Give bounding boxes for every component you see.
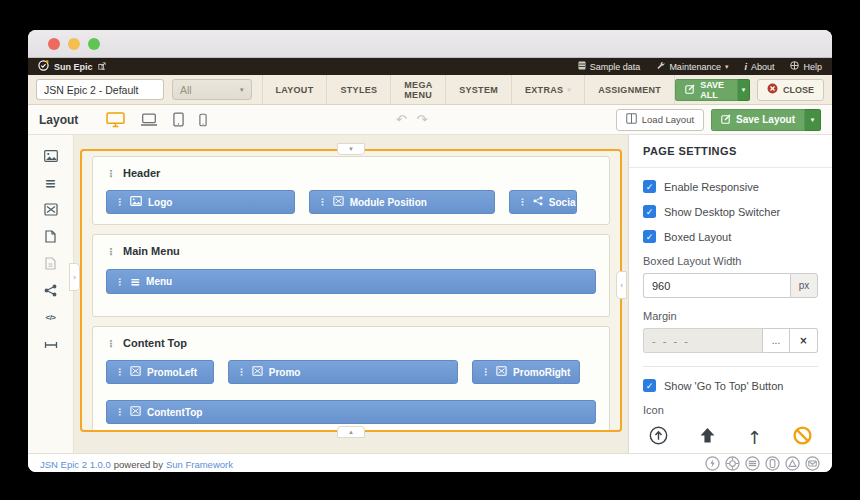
close-window-button[interactable] (48, 38, 60, 50)
icon-label: Icon (643, 404, 818, 416)
module-promoleft[interactable]: ⋮ PromoLeft (106, 360, 214, 384)
margin-browse-button[interactable]: ... (762, 328, 790, 353)
drag-grip-icon[interactable]: ⋮ (106, 168, 116, 179)
module-promo[interactable]: ⋮ Promo (228, 360, 458, 384)
database-icon (578, 61, 586, 72)
drag-grip-icon[interactable]: ⋮ (106, 338, 116, 349)
section-content-top[interactable]: ⋮ Content Top ⋮ PromoLeft ⋮ (92, 326, 610, 432)
edit-icon (685, 84, 695, 96)
minimize-window-button[interactable] (68, 38, 80, 50)
style-select[interactable]: All ▾ (172, 79, 252, 100)
triangle-icon (785, 456, 800, 473)
close-circle-icon (767, 83, 778, 96)
document-icon[interactable] (43, 229, 58, 244)
collapse-top-handle[interactable]: ▾ (337, 143, 365, 155)
laptop-icon[interactable] (140, 113, 158, 127)
checkbox-show-desktop-switcher[interactable]: ✓ Show Desktop Switcher (643, 205, 818, 218)
save-all-button[interactable]: SAVE ALL (675, 79, 738, 101)
checkbox-go-to-top[interactable]: ✓ Show 'Go To Top' Button (643, 379, 818, 392)
redo-icon[interactable]: ↷ (417, 112, 428, 127)
checked-checkbox-icon[interactable]: ✓ (643, 379, 656, 392)
divider (643, 366, 818, 367)
menu-lines-icon: ≡ (130, 275, 140, 289)
tab-assignment[interactable]: ASSIGNMENT (585, 75, 675, 104)
bold-arrow-up-icon[interactable] (699, 427, 716, 448)
tablet-icon[interactable] (173, 112, 184, 127)
layout-canvas: ⋮ Header ⋮ Logo ⋮ (80, 149, 622, 432)
desktop-icon[interactable] (106, 112, 125, 128)
image-icon[interactable] (43, 148, 58, 163)
checked-checkbox-icon[interactable]: ✓ (643, 180, 656, 193)
circle-arrow-up-icon[interactable] (649, 426, 668, 449)
collapse-left-handle[interactable]: › (69, 263, 80, 291)
module-contenttop[interactable]: ⋮ ContentTop (106, 400, 596, 424)
menu-item-sample-data[interactable]: Sample data (578, 61, 641, 72)
template-bar: All ▾ LAYOUT STYLES MEGA MENU SYSTEM EXT… (28, 75, 832, 105)
collapse-right-handle[interactable]: ‹ (616, 271, 627, 299)
menu-item-about[interactable]: i About (744, 62, 774, 72)
sun-framework-link[interactable]: Sun Framework (166, 459, 233, 470)
drag-grip-icon: ⋮ (115, 277, 124, 287)
save-layout-button[interactable]: Save Layout (711, 109, 805, 131)
menu-lines-icon[interactable]: ≡ (43, 175, 58, 190)
share-icon (533, 196, 543, 208)
undo-icon[interactable]: ↶ (396, 112, 407, 127)
ban-icon[interactable] (793, 426, 812, 449)
module-promoright[interactable]: ⋮ PromoRight (472, 360, 580, 384)
module-menu[interactable]: ⋮ ≡ Menu (106, 269, 596, 294)
resize-icon[interactable] (43, 337, 58, 352)
module-frame-icon (252, 366, 263, 378)
module-module-position[interactable]: ⋮ Module Position (309, 190, 495, 214)
zoom-window-button[interactable] (88, 38, 100, 50)
margin-clear-button[interactable]: × (790, 328, 818, 353)
module-logo[interactable]: ⋮ Logo (106, 190, 295, 214)
window-titlebar (28, 30, 832, 58)
module-frame-icon (333, 196, 344, 208)
product-version-link[interactable]: JSN Epic 2 1.0.0 (40, 459, 111, 470)
thin-arrow-up-icon[interactable]: ↑ (747, 429, 762, 447)
edit-icon (721, 114, 731, 126)
checkbox-enable-responsive[interactable]: ✓ Enable Responsive (643, 180, 818, 193)
collapse-bottom-handle[interactable]: ▴ (337, 426, 365, 438)
checked-checkbox-icon[interactable]: ✓ (643, 205, 656, 218)
brand-label: Sun Epic (54, 62, 93, 72)
boxed-layout-width-input[interactable] (643, 273, 790, 298)
bar-actions: SAVE ALL ▾ CLOSE (675, 79, 824, 101)
help-icon (790, 61, 799, 72)
admin-menu: Sample data Maintenance ▾ i About Help (578, 61, 822, 72)
menu-item-maintenance[interactable]: Maintenance ▾ (656, 61, 728, 72)
columns-icon (626, 113, 637, 126)
save-all-caret-button[interactable]: ▾ (738, 79, 750, 101)
drag-grip-icon[interactable]: ⋮ (106, 246, 116, 257)
code-icon[interactable]: </> (43, 310, 58, 325)
module-label: PromoLeft (147, 367, 197, 378)
drag-grip-icon: ⋮ (115, 407, 124, 417)
template-name-input[interactable] (36, 79, 164, 100)
module-frame-icon (130, 406, 141, 418)
tab-extras[interactable]: EXTRAS▾ (512, 75, 585, 104)
checked-checkbox-icon[interactable]: ✓ (643, 230, 656, 243)
checkbox-boxed-layout[interactable]: ✓ Boxed Layout (643, 230, 818, 243)
menu-item-help[interactable]: Help (790, 61, 822, 72)
load-layout-button[interactable]: Load Layout (616, 109, 704, 131)
module-social[interactable]: ⋮ Social I... (509, 190, 578, 214)
tab-styles[interactable]: STYLES (327, 75, 391, 104)
brand[interactable]: Sun Epic (38, 60, 106, 73)
layout-toolbar: Layout ↶ ↷ Load Layout Save Layout (28, 105, 832, 135)
phone-icon[interactable] (199, 113, 207, 127)
margin-label: Margin (643, 310, 818, 322)
layout-canvas-area: ▾ › ‹ ▴ ⋮ Header ⋮ (74, 135, 628, 453)
compass-icon (725, 456, 740, 473)
tab-layout[interactable]: LAYOUT (262, 75, 328, 104)
save-layout-caret-button[interactable]: ▾ (805, 109, 821, 131)
history-controls: ↶ ↷ (396, 112, 428, 127)
admin-navbar: Sun Epic Sample data Maintenance ▾ i Abo (28, 58, 832, 75)
tab-system[interactable]: SYSTEM (446, 75, 512, 104)
module-frame-icon[interactable] (43, 202, 58, 217)
tab-mega-menu[interactable]: MEGA MENU (391, 75, 446, 104)
close-button[interactable]: CLOSE (757, 79, 824, 101)
section-header[interactable]: ⋮ Header ⋮ Logo ⋮ (92, 156, 610, 225)
share-icon[interactable] (43, 283, 58, 298)
module-label: Menu (146, 276, 172, 287)
section-main-menu[interactable]: ⋮ Main Menu ⋮ ≡ Menu (92, 234, 610, 317)
